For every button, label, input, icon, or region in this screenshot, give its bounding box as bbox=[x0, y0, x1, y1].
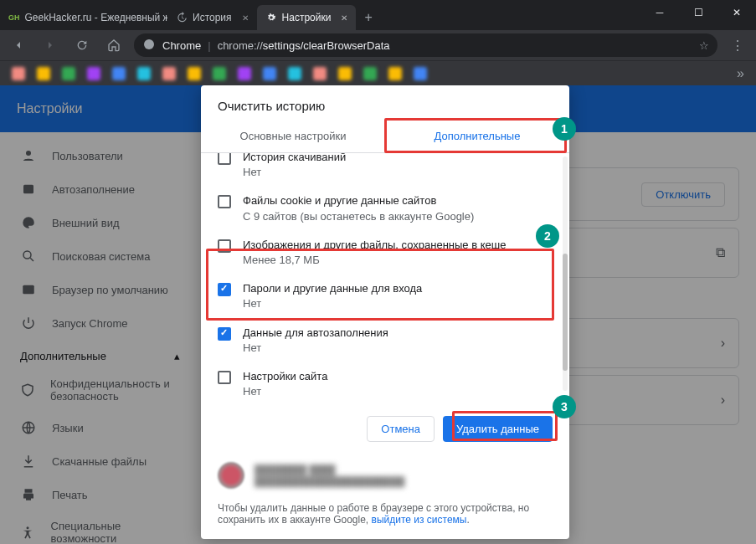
option-passwords[interactable]: Пароли и другие данные для входаНет bbox=[201, 275, 569, 318]
browser-toolbar: Chrome | chrome://settings/clearBrowserD… bbox=[0, 30, 756, 60]
address-bar[interactable]: Chrome | chrome://settings/clearBrowserD… bbox=[134, 33, 717, 57]
tab-strip: GH GeekHacker.ru - Ежедневный ж ✕ Истори… bbox=[0, 0, 640, 30]
tab-basic[interactable]: Основные настройки bbox=[201, 120, 385, 152]
checkbox[interactable] bbox=[218, 195, 231, 208]
checkbox-checked[interactable] bbox=[218, 283, 231, 296]
tab-3-active[interactable]: Настройки ✕ bbox=[257, 5, 357, 30]
bookmarks-bar: » bbox=[0, 60, 756, 85]
bookmark-item[interactable] bbox=[12, 67, 25, 80]
option-title: Настройки сайта bbox=[243, 369, 327, 384]
tab-label: Основные настройки bbox=[240, 130, 347, 142]
url-scheme: Chrome bbox=[162, 39, 201, 52]
dialog-title: Очистить историю bbox=[201, 85, 569, 120]
gear-icon bbox=[265, 12, 277, 23]
new-tab-button[interactable]: + bbox=[356, 5, 380, 30]
option-subtitle: Менее 18,7 МБ bbox=[243, 253, 506, 268]
dialog-footer: Чтобы удалить данные о работе в браузере… bbox=[201, 502, 569, 539]
tab-2[interactable]: История ✕ bbox=[167, 5, 257, 30]
account-blurred-text: ████████ ███████████████████████████ bbox=[255, 464, 404, 488]
annotation-marker-3: 3 bbox=[553, 395, 576, 418]
scrollbar-thumb[interactable] bbox=[563, 254, 568, 371]
option-cookies[interactable]: Файлы cookie и другие данные сайтовС 9 с… bbox=[201, 187, 569, 230]
checkbox[interactable] bbox=[218, 239, 231, 253]
tab-title: Настройки bbox=[282, 12, 332, 23]
option-subtitle: Нет bbox=[243, 165, 346, 180]
chrome-icon bbox=[142, 38, 156, 54]
option-autofill[interactable]: Данные для автозаполненияНет bbox=[201, 319, 569, 362]
checkbox[interactable] bbox=[218, 371, 231, 384]
url-host: chrome:// bbox=[218, 39, 263, 52]
window-titlebar: GH GeekHacker.ru - Ежедневный ж ✕ Истори… bbox=[0, 0, 756, 30]
option-subtitle: Нет bbox=[243, 296, 422, 311]
option-title: Пароли и другие данные для входа bbox=[243, 281, 422, 296]
tab-1[interactable]: GH GeekHacker.ru - Ежедневный ж ✕ bbox=[0, 5, 167, 30]
checkbox-checked[interactable] bbox=[218, 327, 231, 341]
avatar bbox=[218, 462, 244, 489]
option-title: Изображения и другие файлы, сохраненные … bbox=[243, 238, 506, 253]
tab-title: GeekHacker.ru - Ежедневный ж bbox=[25, 12, 168, 23]
tab-advanced[interactable]: Дополнительные bbox=[385, 120, 569, 152]
dialog-body: История скачиванийНет Файлы cookie и дру… bbox=[201, 153, 569, 404]
url-path: settings/clearBrowserData bbox=[263, 39, 390, 52]
back-button[interactable] bbox=[7, 33, 30, 57]
page-content: Настройки Пользователи Автозаполнение Вн… bbox=[0, 85, 756, 544]
forward-button[interactable] bbox=[39, 33, 62, 57]
checkbox[interactable] bbox=[218, 153, 231, 165]
close-button[interactable]: ✕ bbox=[717, 0, 756, 25]
window-controls: ─ ☐ ✕ bbox=[640, 0, 756, 30]
tab-title: История bbox=[193, 12, 232, 23]
tab-label: Дополнительные bbox=[435, 130, 521, 142]
option-title: История скачиваний bbox=[243, 153, 346, 165]
annotation-marker-1: 1 bbox=[553, 117, 576, 141]
option-subtitle: Нет bbox=[243, 341, 388, 356]
svg-point-0 bbox=[144, 39, 154, 49]
maximize-button[interactable]: ☐ bbox=[679, 0, 717, 25]
option-subtitle: С 9 сайтов (вы останетесь в аккаунте Goo… bbox=[243, 209, 474, 224]
annotation-marker-2: 2 bbox=[536, 224, 559, 248]
option-cache[interactable]: Изображения и другие файлы, сохраненные … bbox=[201, 231, 569, 275]
bookmark-star-icon[interactable]: ☆ bbox=[699, 39, 709, 52]
option-site-settings[interactable]: Настройки сайтаНет bbox=[201, 362, 569, 404]
history-icon bbox=[176, 12, 188, 23]
signout-link[interactable]: выйдите из системы bbox=[372, 514, 467, 526]
confirm-button[interactable]: Удалить данные bbox=[443, 416, 553, 442]
reload-button[interactable] bbox=[70, 33, 94, 57]
close-icon[interactable]: ✕ bbox=[341, 13, 347, 23]
minimize-button[interactable]: ─ bbox=[640, 0, 679, 25]
clear-data-dialog: Очистить историю Основные настройки Допо… bbox=[201, 85, 569, 539]
option-title: Файлы cookie и другие данные сайтов bbox=[243, 193, 474, 208]
home-button[interactable] bbox=[102, 33, 126, 57]
dialog-tabs: Основные настройки Дополнительные bbox=[201, 120, 569, 153]
option-download-history[interactable]: История скачиванийНет bbox=[201, 153, 569, 187]
bookmarks-overflow-icon[interactable]: » bbox=[737, 66, 744, 81]
option-subtitle: Нет bbox=[243, 384, 327, 399]
option-title: Данные для автозаполнения bbox=[243, 326, 388, 341]
favicon-icon: GH bbox=[8, 12, 20, 23]
dialog-account-row: ████████ ███████████████████████████ bbox=[201, 454, 569, 502]
dialog-actions: Отмена Удалить данные bbox=[201, 404, 569, 454]
cancel-button[interactable]: Отмена bbox=[367, 416, 435, 442]
close-icon[interactable]: ✕ bbox=[242, 13, 249, 23]
menu-button[interactable]: ⋮ bbox=[726, 33, 749, 57]
